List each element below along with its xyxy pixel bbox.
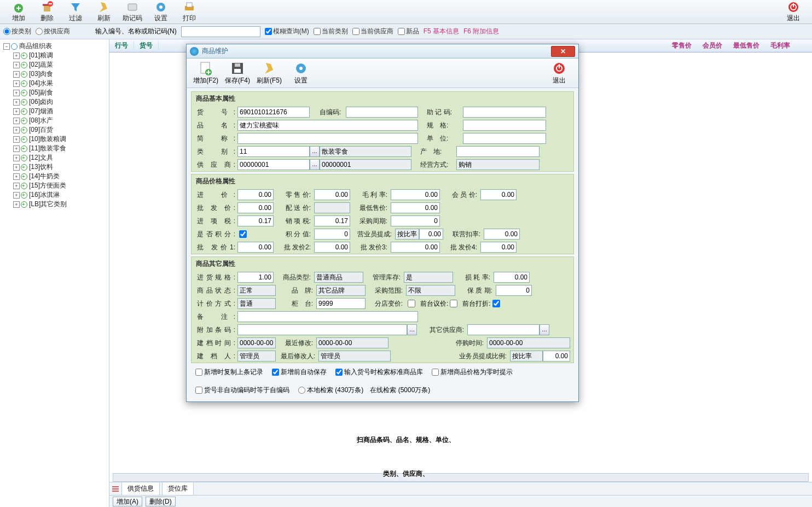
wholesale-price4-input[interactable] bbox=[480, 242, 517, 253]
stock-manage-select[interactable] bbox=[404, 272, 453, 283]
expand-icon[interactable]: + bbox=[13, 90, 20, 96]
expand-icon[interactable]: + bbox=[13, 192, 20, 199]
front-discount-checkbox[interactable] bbox=[492, 300, 500, 307]
tree-item[interactable]: +[06]卤肉 bbox=[11, 97, 108, 107]
tree-item[interactable]: +[16]冰淇淋 bbox=[11, 190, 108, 200]
dialog-titlebar[interactable]: 商品维护 ✕ bbox=[187, 44, 578, 59]
tree-root-item[interactable]: − 商品组织表 bbox=[1, 42, 108, 51]
collapse-icon[interactable]: − bbox=[3, 43, 10, 50]
radio-by-category[interactable]: 按类别 bbox=[3, 27, 31, 36]
expand-icon[interactable]: + bbox=[13, 108, 20, 115]
category-tree[interactable]: − 商品组织表 +[01]粮调+[02]蔬菜+[03]肉食+[04]水果+[05… bbox=[0, 39, 109, 507]
lowest-price-input[interactable] bbox=[391, 202, 440, 213]
opt-code-neq[interactable]: 货号非自动编码时等于自编码 bbox=[195, 386, 289, 395]
category-picker-button[interactable]: … bbox=[310, 146, 320, 157]
expand-icon[interactable]: + bbox=[13, 99, 20, 106]
action-add-button[interactable]: 增加(A) bbox=[113, 497, 142, 506]
opt-copy-last[interactable]: 新增时复制上条记录 bbox=[195, 368, 263, 377]
front-negotiate-checkbox[interactable] bbox=[450, 300, 457, 307]
in-tax-input[interactable] bbox=[237, 215, 274, 226]
point-value-input[interactable] bbox=[314, 229, 350, 240]
purchase-price-input[interactable] bbox=[237, 189, 274, 200]
toolbar-exit-button[interactable]: 退出 bbox=[779, 1, 808, 23]
expand-icon[interactable]: + bbox=[13, 201, 20, 208]
wholesale-price3-input[interactable] bbox=[391, 242, 440, 253]
tree-item[interactable]: +[12]文具 bbox=[11, 153, 108, 162]
margin-input[interactable] bbox=[391, 189, 440, 200]
check-current-supplier[interactable]: 当前供应商 bbox=[352, 27, 393, 36]
tree-item[interactable]: +[01]粮调 bbox=[11, 51, 108, 60]
union-rate-input[interactable] bbox=[484, 229, 520, 240]
opt-price-zero-tip[interactable]: 新增商品价格为零时提示 bbox=[432, 368, 513, 377]
clerk-commission-value[interactable] bbox=[419, 229, 443, 240]
warranty-input[interactable] bbox=[496, 285, 532, 296]
spec-input[interactable] bbox=[463, 120, 546, 131]
horizontal-scrollbar[interactable] bbox=[113, 473, 809, 482]
dlg-add-button[interactable]: 增加(F2) bbox=[190, 61, 222, 85]
tree-item[interactable]: +[10]散装粮调 bbox=[11, 135, 108, 144]
tree-item[interactable]: +[11]散装零食 bbox=[11, 144, 108, 153]
expand-icon[interactable]: + bbox=[13, 173, 20, 180]
check-fuzzy[interactable]: 模糊查询(M) bbox=[265, 27, 309, 36]
expand-icon[interactable]: + bbox=[13, 155, 20, 161]
expand-icon[interactable]: + bbox=[13, 136, 20, 143]
product-type-select[interactable] bbox=[314, 272, 363, 283]
tree-item[interactable]: +[02]蔬菜 bbox=[11, 60, 108, 69]
out-tax-input[interactable] bbox=[314, 215, 350, 226]
dlg-settings-button[interactable]: 设置 bbox=[285, 61, 317, 85]
unit-input[interactable] bbox=[463, 133, 546, 144]
radio-by-supplier[interactable]: 按供应商 bbox=[36, 27, 70, 36]
toolbar-refresh-button[interactable]: 刷新 bbox=[90, 1, 118, 23]
mnemonic-input[interactable] bbox=[463, 107, 546, 118]
wholesale-price2-input[interactable] bbox=[314, 242, 350, 253]
expand-icon[interactable]: + bbox=[13, 145, 20, 152]
tree-item[interactable]: +[05]副食 bbox=[11, 88, 108, 97]
check-current-category[interactable]: 当前类别 bbox=[314, 27, 348, 36]
action-delete-button[interactable]: 删除(D) bbox=[146, 497, 176, 506]
toolbar-add-button[interactable]: 增加 bbox=[4, 1, 33, 23]
tree-item[interactable]: +[03]肉食 bbox=[11, 69, 108, 79]
opt-local-search[interactable]: 本地检索 (430万条) 在线检索 (5000万条) bbox=[298, 386, 430, 395]
toolbar-print-button[interactable]: 打印 bbox=[175, 1, 204, 23]
col-retail[interactable]: 零售价 bbox=[666, 41, 697, 50]
expand-icon[interactable]: + bbox=[13, 80, 20, 87]
member-price-input[interactable] bbox=[480, 189, 517, 200]
dlg-exit-button[interactable]: 退出 bbox=[543, 61, 575, 85]
tree-item[interactable]: +[07]烟酒 bbox=[11, 107, 108, 116]
expand-icon[interactable]: + bbox=[13, 183, 20, 189]
other-supplier-input[interactable] bbox=[467, 324, 540, 335]
opt-search-std[interactable]: 输入货号时检索标准商品库 bbox=[335, 368, 423, 377]
category-code-input[interactable] bbox=[237, 146, 310, 157]
counter-input[interactable] bbox=[316, 298, 366, 309]
tree-item[interactable]: +[04]水果 bbox=[11, 79, 108, 88]
note-input[interactable] bbox=[237, 311, 418, 322]
dlg-save-button[interactable]: 保存(F4) bbox=[222, 61, 253, 85]
pricing-mode-select[interactable] bbox=[237, 298, 276, 309]
check-new[interactable]: 新品 bbox=[398, 27, 419, 36]
tree-item[interactable]: +[LB]其它类别 bbox=[11, 200, 108, 209]
item-code-input[interactable] bbox=[237, 107, 310, 118]
expand-icon[interactable]: + bbox=[13, 53, 20, 59]
salesman-commission-value[interactable] bbox=[543, 351, 570, 362]
toolbar-delete-button[interactable]: 删除 bbox=[33, 1, 61, 23]
col-itemno[interactable]: 货号 bbox=[134, 41, 159, 50]
search-input[interactable] bbox=[181, 26, 260, 37]
col-margin[interactable]: 毛利率 bbox=[765, 41, 812, 50]
retail-price-input[interactable] bbox=[314, 189, 350, 200]
purchase-scope-select[interactable] bbox=[406, 285, 455, 296]
tree-item[interactable]: +[14]牛奶类 bbox=[11, 172, 108, 181]
col-rowno[interactable]: 行号 bbox=[109, 41, 134, 50]
self-code-input[interactable] bbox=[346, 107, 418, 118]
extra-barcode-input[interactable] bbox=[237, 324, 407, 335]
product-name-input[interactable] bbox=[237, 120, 418, 131]
supplier-code-input[interactable] bbox=[237, 159, 310, 170]
expand-icon[interactable]: + bbox=[13, 62, 20, 68]
other-supplier-picker[interactable]: … bbox=[540, 324, 549, 335]
branch-price-checkbox[interactable] bbox=[408, 300, 415, 307]
tab-stock-info[interactable]: 供货信息 bbox=[121, 482, 160, 496]
points-checkbox[interactable] bbox=[239, 230, 247, 238]
toolbar-filter-button[interactable]: 过滤 bbox=[61, 1, 90, 23]
supplier-picker-button[interactable]: … bbox=[310, 159, 320, 170]
toolbar-mnemonic-button[interactable]: 助记码 bbox=[118, 1, 147, 23]
tree-item[interactable]: +[09]百货 bbox=[11, 125, 108, 135]
